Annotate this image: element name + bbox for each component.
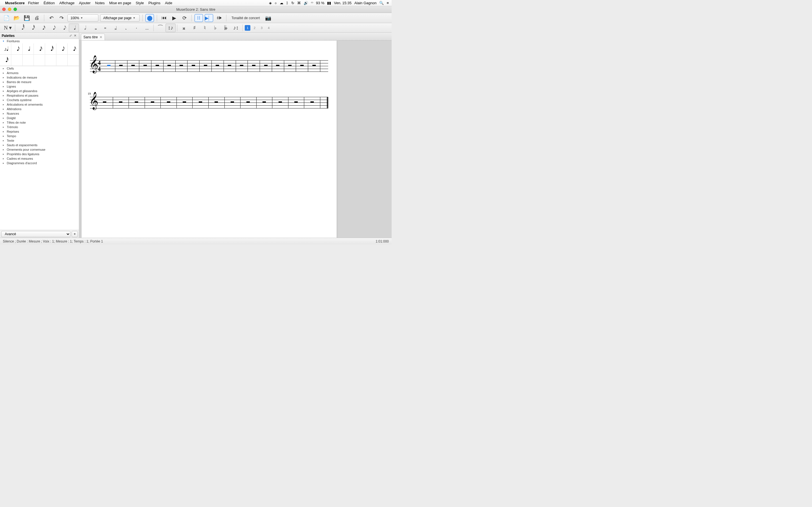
duration-8th-button[interactable]: 𝅘𝅥𝅮 — [48, 24, 58, 32]
app-menu[interactable]: MuseScore — [5, 1, 24, 5]
new-score-button[interactable]: 📄 — [2, 14, 11, 22]
palettes-close-button[interactable]: ✕ — [73, 34, 77, 38]
whole-rest[interactable] — [264, 65, 267, 66]
menu-plugins[interactable]: Plugins — [148, 1, 160, 5]
add-workspace-button[interactable]: + — [71, 231, 78, 237]
cloud-icon[interactable]: ☁︎ — [280, 1, 283, 5]
menu-edit[interactable]: Édition — [43, 1, 55, 5]
whole-rest[interactable] — [276, 65, 280, 66]
note-input-mode-button[interactable]: N ▾ — [2, 24, 13, 32]
grace-note-item[interactable]: 𝅘𝅥𝅮𝅘𝅥 — [11, 43, 22, 55]
whole-rest[interactable] — [183, 101, 186, 103]
midi-input-button[interactable]: ⬤ — [146, 14, 154, 22]
whole-rest[interactable] — [135, 101, 138, 103]
whole-rest[interactable] — [103, 101, 106, 103]
whole-rest[interactable] — [180, 65, 183, 66]
palette-section[interactable]: ▸Lignes — [0, 84, 79, 89]
palette-section[interactable]: ▸Texte — [0, 138, 79, 143]
battery-icon[interactable]: ▮▮ — [327, 1, 331, 5]
grace-note-item[interactable]: 𝆔𝅘𝅥 — [0, 43, 11, 55]
whole-rest[interactable] — [167, 65, 171, 66]
workspace-select[interactable]: Avancé — [1, 231, 70, 237]
accessibility-icon[interactable]: ⌘ — [297, 1, 301, 5]
grace-note-item[interactable]: 𝅘𝅥𝅘𝅥𝅯 — [68, 43, 79, 55]
play-repeats-button[interactable]: ⁞⁞ — [195, 14, 203, 22]
flip-stem-button[interactable]: ↕♪ — [165, 24, 175, 32]
whole-rest[interactable] — [278, 101, 282, 103]
whole-rest[interactable] — [192, 65, 195, 66]
view-mode-select[interactable]: Affichage par page ▾ — [100, 14, 140, 22]
list-icon[interactable]: ≡ — [387, 1, 389, 5]
teamviewer-icon[interactable]: ⟐ — [274, 1, 277, 5]
window-minimize-button[interactable] — [8, 8, 11, 11]
whole-rest[interactable] — [240, 65, 243, 66]
whole-rest[interactable] — [119, 101, 122, 103]
zoom-select[interactable]: 100% ▾ — [67, 14, 98, 22]
palette-section[interactable]: ▸Diagrammes d'accord — [0, 161, 79, 165]
palette-section[interactable]: ▸Cadres et mesures — [0, 156, 79, 161]
menu-view[interactable]: Affichage — [59, 1, 74, 5]
double-sharp-button[interactable]: 𝄪 — [179, 24, 189, 32]
battery-percent[interactable]: 93 % — [316, 1, 324, 5]
menu-layout[interactable]: Mise en page — [109, 1, 131, 5]
duration-quarter-button[interactable]: 𝅘𝅥 — [69, 24, 79, 32]
whole-rest[interactable] — [156, 65, 159, 66]
whole-rest[interactable] — [214, 101, 218, 103]
sharp-button[interactable]: ♯ — [189, 24, 199, 32]
double-flat-button[interactable]: 𝄫 — [220, 24, 231, 32]
whole-rest[interactable] — [107, 65, 110, 66]
palette-section[interactable]: ▸Indications de mesure — [0, 75, 79, 80]
palette-section[interactable]: ▸Tempo — [0, 134, 79, 138]
palette-section[interactable]: ▸Doigté — [0, 116, 79, 120]
palette-section[interactable]: ▸Arpèges et glissandos — [0, 89, 79, 93]
redo-button[interactable]: ↷ — [57, 14, 66, 22]
whole-rest[interactable] — [310, 101, 314, 103]
open-button[interactable]: 📂 — [12, 14, 21, 22]
close-tab-button[interactable]: ✕ — [100, 35, 102, 39]
print-button[interactable]: 🖨 — [33, 14, 41, 22]
menu-file[interactable]: Fichier — [28, 1, 39, 5]
clock[interactable]: Ven. 15:35 — [334, 1, 351, 5]
palette-section[interactable]: ▸Altérations — [0, 107, 79, 111]
palette-section[interactable]: ▸Crochets système — [0, 98, 79, 102]
shield-icon[interactable]: ◈ — [269, 1, 272, 5]
duration-half-button[interactable]: 𝅗𝅥 — [79, 24, 89, 32]
duration-breve-button[interactable]: 𝆸 — [100, 24, 110, 32]
palette-section[interactable]: ▸Reprises — [0, 129, 79, 134]
duration-whole-button[interactable]: 𝅝 — [90, 24, 100, 32]
palette-section[interactable]: ▸Trémolo — [0, 125, 79, 129]
whole-rest[interactable] — [119, 65, 123, 66]
whole-rest[interactable] — [228, 65, 231, 66]
timemachine-icon[interactable]: ↻ — [291, 1, 294, 5]
play-button[interactable]: ▶ — [170, 14, 179, 22]
whole-rest[interactable] — [246, 101, 250, 103]
palette-section[interactable]: ▸Armures — [0, 71, 79, 75]
palette-section[interactable]: ▸Têtes de note — [0, 120, 79, 125]
whole-rest[interactable] — [204, 65, 207, 66]
wifi-icon[interactable]: ⌔ — [311, 1, 313, 5]
menu-add[interactable]: Ajouter — [79, 1, 91, 5]
voice-1-button[interactable]: 1 — [245, 25, 250, 31]
metronome-button[interactable]: 🕪 — [215, 14, 223, 22]
natural-button[interactable]: ♮ — [200, 24, 210, 32]
whole-rest[interactable] — [216, 65, 219, 66]
menu-help[interactable]: Aide — [165, 1, 172, 5]
whole-rest[interactable] — [300, 65, 304, 66]
whole-rest[interactable] — [132, 65, 135, 66]
rest-button[interactable]: ‥ — [142, 24, 152, 32]
bluetooth-icon[interactable]: ᛒ — [286, 1, 289, 5]
user-name[interactable]: Alain Gagnon — [354, 1, 377, 5]
voice-3-button[interactable]: 3 — [259, 25, 264, 31]
undo-button[interactable]: ↶ — [47, 14, 56, 22]
grace-note-item[interactable]: 𝅘𝅥𝅘𝅥𝅮 — [56, 43, 68, 55]
palette-section[interactable]: ▸Articulations et ornements — [0, 102, 79, 107]
whole-rest[interactable] — [312, 65, 316, 66]
voice-2-button[interactable]: 2 — [252, 25, 257, 31]
window-zoom-button[interactable] — [13, 8, 17, 11]
dot-button[interactable]: 𝅭. — [121, 24, 131, 32]
rewind-button[interactable]: ⏮ — [160, 14, 168, 22]
double-dot-button[interactable]: · — [132, 24, 142, 32]
window-close-button[interactable] — [2, 8, 6, 11]
whole-rest[interactable] — [151, 101, 154, 103]
grace-note-item[interactable]: 𝅘𝅥𝅯𝅘𝅥 — [34, 43, 45, 55]
